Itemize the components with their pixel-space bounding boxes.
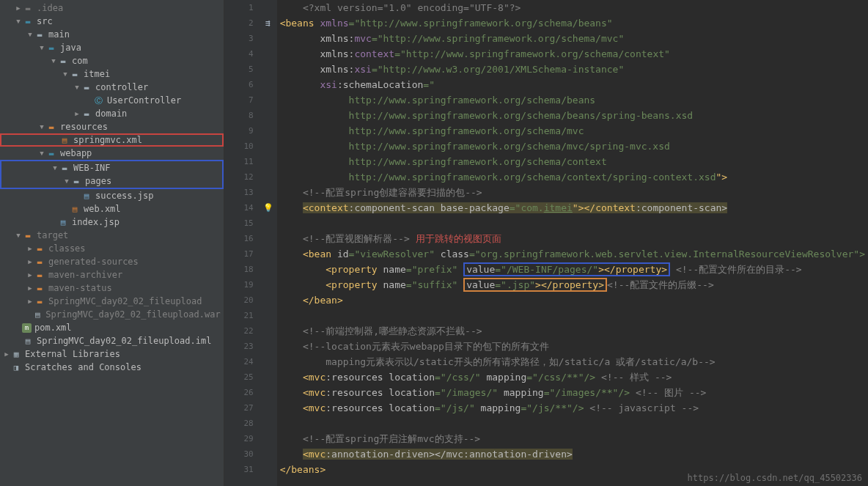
tree-folder-com[interactable]: ▬com	[0, 54, 224, 67]
tree-folder-status[interactable]: ▬maven-status	[0, 281, 224, 295]
code-line: mapping元素表示以/static开头的所有请求路径，如/static/a …	[280, 354, 865, 369]
code-line: <!--配置spring开启注解mvc的支持-->	[280, 431, 865, 446]
tree-folder-idea[interactable]: ▬.idea	[0, 1, 224, 15]
code-line: <mvc:annotation-driven></mvc:annotation-…	[280, 446, 865, 462]
tree-folder-src[interactable]: ▬src	[0, 15, 224, 28]
tree-folder-classes[interactable]: ▬classes	[0, 242, 224, 255]
code-line: <?xml version="1.0" encoding="UTF-8"?>	[280, 0, 865, 15]
code-line: xsi:schemaLocation="	[280, 77, 865, 92]
tree-folder-generated[interactable]: ▬generated-sources	[0, 255, 224, 268]
code-content[interactable]: <?xml version="1.0" encoding="UTF-8"?> <…	[277, 0, 868, 486]
tree-folder-fileupload[interactable]: ▬SpringMVC_day02_02_fileupload	[0, 295, 224, 308]
code-line: <mvc:resources location="/images/" mappi…	[280, 385, 865, 400]
code-line: <beans xmlns="http://www.springframework…	[280, 15, 865, 31]
watermark: https://blog.csdn.net/qq_45502336	[688, 473, 862, 483]
tree-file-indexjsp[interactable]: ▤index.jsp	[0, 216, 224, 229]
code-line: <!--前端控制器,哪些静态资源不拦截-->	[280, 323, 865, 339]
tree-folder-webapp[interactable]: ▬webapp	[0, 147, 224, 160]
code-line: <bean id="viewResolver" class="org.sprin…	[280, 246, 865, 262]
code-line: http://www.springframework.org/schema/mv…	[280, 123, 865, 139]
code-line: <!--location元素表示webapp目录下的包下的所有文件	[280, 339, 865, 354]
tree-folder-pages[interactable]: ▬pages	[1, 174, 222, 188]
code-line: <property name="suffix" value=".jsp"></p…	[280, 277, 865, 292]
code-line: <mvc:resources location="/css/" mapping=…	[280, 369, 865, 385]
tree-file-webxml[interactable]: ▤web.xml	[0, 202, 224, 216]
bulb-icon: 💡	[260, 200, 277, 216]
code-line: </bean>	[280, 292, 865, 308]
tree-folder-itmei[interactable]: ▬itmei	[0, 67, 224, 81]
tree-file-success[interactable]: ▤success.jsp	[0, 189, 224, 202]
code-line: xmlns:xsi="http://www.w3.org/2001/XMLSch…	[280, 62, 865, 77]
tree-folder-domain[interactable]: ▬domain	[0, 107, 224, 120]
gutter-structure-icon: ⇶	[260, 15, 277, 31]
line-numbers: 1234567891011121314151617181920212223242…	[224, 0, 260, 486]
tree-folder-main[interactable]: ▬main	[0, 28, 224, 41]
tree-external-libs[interactable]: ▦External Libraries	[0, 347, 224, 361]
code-line: http://www.springframework.org/schema/co…	[280, 154, 865, 169]
code-line: <property name="prefix" value="/WEB-INF/…	[280, 262, 865, 277]
project-tree: ▬.idea ▬src ▬main ▬java ▬com ▬itmei ▬con…	[0, 0, 224, 486]
tree-folder-controller[interactable]: ▬controller	[0, 81, 224, 94]
code-line: http://www.springframework.org/schema/co…	[280, 169, 865, 185]
code-line: http://www.springframework.org/schema/mv…	[280, 139, 865, 154]
code-line: <context:component-scan base-package="co…	[280, 200, 865, 216]
tree-file-springmvc[interactable]: ▤springmvc.xml	[0, 133, 224, 147]
code-line: xmlns:context="http://www.springframewor…	[280, 46, 865, 62]
tree-folder-java[interactable]: ▬java	[0, 41, 224, 54]
tree-file-war[interactable]: ▤SpringMVC_day02_02_fileupload.war	[0, 308, 224, 321]
code-line: http://www.springframework.org/schema/be…	[280, 92, 865, 108]
code-line	[280, 416, 865, 431]
tree-folder-archiver[interactable]: ▬maven-archiver	[0, 268, 224, 281]
code-line	[280, 308, 865, 323]
tree-file-usercontroller[interactable]: ⒸUserController	[0, 94, 224, 107]
tree-folder-target[interactable]: ▬target	[0, 229, 224, 242]
code-line: <mvc:resources location="/js/" mapping="…	[280, 400, 865, 416]
code-line: <!--配置视图解析器--> 用于跳转的视图页面	[280, 231, 865, 246]
code-editor[interactable]: 1234567891011121314151617181920212223242…	[224, 0, 868, 486]
tree-file-iml[interactable]: ▤SpringMVC_day02_02_fileupload.iml	[0, 334, 224, 347]
code-line: http://www.springframework.org/schema/be…	[280, 108, 865, 123]
code-line: <!--配置spring创建容器要扫描的包-->	[280, 185, 865, 200]
code-line	[280, 216, 865, 231]
tree-folder-webinf[interactable]: ▬WEB-INF	[1, 161, 222, 174]
code-line: xmlns:mvc="http://www.springframework.or…	[280, 31, 865, 46]
tree-scratches[interactable]: ◨Scratches and Consoles	[0, 361, 224, 374]
tree-folder-resources[interactable]: ▬resources	[0, 120, 224, 133]
gutter-icons: ⇶💡	[260, 0, 277, 486]
tree-file-pom[interactable]: mpom.xml	[0, 321, 224, 334]
